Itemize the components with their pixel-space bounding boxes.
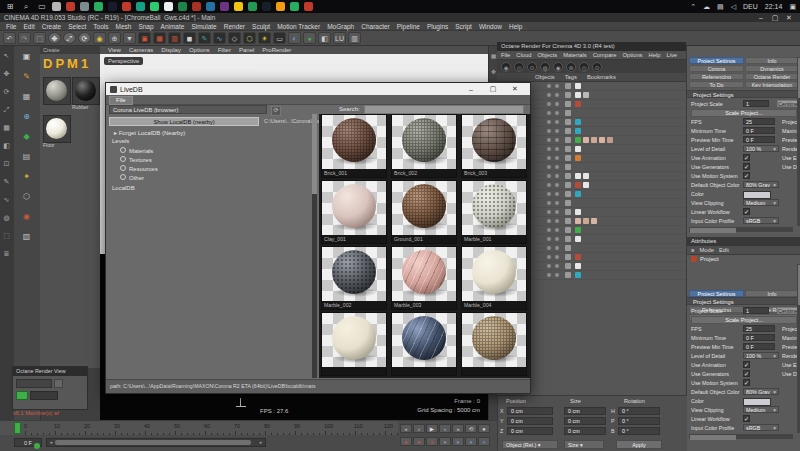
attributes-menu-edit[interactable]: Edit [719,247,729,253]
left-strip-icon[interactable]: ↖ [1,50,12,61]
tab-info[interactable]: Info [745,57,799,64]
menu-character[interactable]: Character [361,23,390,30]
object-toggle-dot[interactable] [555,219,559,223]
menu-sculpt[interactable]: Sculpt [252,23,270,30]
viewport-menu-panel[interactable]: Panel [239,47,254,53]
object-tag[interactable] [575,173,581,179]
object-toggle-dot[interactable] [547,147,551,151]
toolbar-icon[interactable]: ◇ [228,32,241,44]
toolbar-icon[interactable]: ▼ [123,32,136,44]
menu-pipeline[interactable]: Pipeline [397,23,420,30]
menu-tools[interactable]: Tools [93,23,108,30]
mode-strip-icon[interactable]: ⬡ [19,190,34,203]
mini-icon[interactable] [54,379,63,388]
mode-strip-icon[interactable]: ✦ [19,170,34,183]
object-toggle-dot[interactable] [547,165,551,169]
object-tag[interactable] [575,155,581,161]
taskbar-app-icon[interactable] [66,2,75,11]
mode-strip-icon[interactable]: ✎ [19,70,34,83]
livedb-titlebar[interactable]: LiveDB – ▢ ✕ [106,83,530,95]
material-tile[interactable]: Clay_001 [321,180,387,244]
object-toggle-dot[interactable] [555,273,559,277]
octane-menu-help[interactable]: Help [649,52,661,58]
om-header-tags[interactable]: Tags [565,74,577,80]
object-tag[interactable] [575,119,581,125]
toolbar-icon[interactable]: ☀ [258,32,271,44]
menu-mograph[interactable]: MoGraph [327,23,354,30]
octane-menu-cloud[interactable]: Cloud [516,52,531,58]
size-field[interactable]: 0 cm [564,417,606,425]
object-toggle-dot[interactable] [555,93,559,97]
object-tag[interactable] [583,182,589,188]
field-dropdown[interactable]: 80% Gray▾ [743,388,779,395]
taskbar-app-icon[interactable] [178,2,187,11]
localdb-option-link[interactable]: ▸ Forget LocalDB (Nearby) [114,129,185,136]
field-checkbox[interactable]: ✓ [743,163,750,170]
taskbar-app-icon[interactable] [150,2,159,11]
refresh-icon[interactable]: ⟳ [271,106,281,116]
tab-referencing[interactable]: Referencing [689,73,744,80]
object-toggle-dot[interactable] [555,165,559,169]
field-dropdown[interactable]: sRGB▾ [743,217,779,224]
field-dropdown[interactable]: 100 %▾ [743,145,779,152]
object-tag[interactable] [583,173,589,179]
object-tag[interactable] [591,218,597,224]
toolbar-icon[interactable]: ⊕ [108,32,121,44]
category-textures[interactable]: Textures [120,156,152,163]
field-value[interactable]: 0 F [743,127,775,134]
octane-menu-objects[interactable]: Objects [538,52,558,58]
record-button[interactable]: ● [478,437,490,446]
toolbar-icon[interactable]: ▣ [138,32,151,44]
object-toggle-dot[interactable] [547,129,551,133]
octane-toolbar-icon[interactable]: ⊚ [566,62,576,72]
mini-enable-toggle[interactable] [16,391,28,400]
left-strip-icon[interactable]: ▦ [1,122,12,133]
menu-motion-tracker[interactable]: Motion Tracker [277,23,320,30]
toolbar-icon[interactable]: ▥ [168,32,181,44]
material-thumbnail[interactable] [43,77,71,105]
livedb-maximize-button[interactable]: ▢ [482,85,504,93]
rotation-field[interactable]: 0 ° [618,407,660,415]
toolbar-icon[interactable]: ⬚ [33,32,46,44]
material-tile[interactable]: Brick_003 [461,114,527,178]
start-icon[interactable]: ⊞ [4,2,16,11]
viewport-menu-cameras[interactable]: Cameras [129,47,153,53]
toolbar-icon[interactable]: LU [333,32,346,44]
toolbar-icon[interactable]: ∿ [213,32,226,44]
taskbar-app-icon[interactable] [304,2,313,11]
taskbar-app-icon[interactable] [108,2,117,11]
material-tile[interactable]: Ground_001 [391,180,457,244]
show-localdb-button[interactable]: Show LocalDB (nearby) [109,117,259,126]
object-toggle-dot[interactable] [547,84,551,88]
object-tag[interactable] [583,137,589,143]
field-dropdown[interactable]: 100 %▾ [743,352,779,359]
material-thumbnail[interactable] [72,77,100,105]
tab-info[interactable]: Info [745,290,799,297]
timeline-playhead[interactable] [14,422,21,434]
object-tag[interactable] [575,209,581,215]
maximize-button[interactable]: ▢ [768,14,782,22]
object-toggle-dot[interactable] [555,120,559,124]
size-field[interactable]: 0 cm [564,427,606,435]
record-button[interactable]: ● [439,437,451,446]
octane-toolbar-icon[interactable]: ◎ [579,62,589,72]
menu-file[interactable]: File [6,23,16,30]
menu-create[interactable]: Create [42,23,62,30]
field-dropdown[interactable]: Medium▾ [743,406,779,413]
category-resources[interactable]: Resources [120,165,158,172]
color-swatch[interactable] [743,191,771,199]
transport-button[interactable]: › [439,424,451,433]
left-strip-icon[interactable]: ⬚ [1,230,12,241]
object-toggle-dot[interactable] [555,174,559,178]
object-toggle-dot[interactable] [555,192,559,196]
mode-strip-icon[interactable]: ▣ [19,50,34,63]
horizontal-scrollbar[interactable] [689,434,793,439]
category-materials[interactable]: Materials [120,147,153,154]
object-toggle-dot[interactable] [547,237,551,241]
apply-button[interactable]: Apply [616,440,662,449]
field-checkbox[interactable]: ✓ [743,154,750,161]
field-value[interactable]: 1 [743,307,769,314]
rotation-field[interactable]: 0 ° [618,417,660,425]
taskbar-app-icon[interactable] [248,2,257,11]
left-strip-icon[interactable]: ≣ [1,248,12,259]
